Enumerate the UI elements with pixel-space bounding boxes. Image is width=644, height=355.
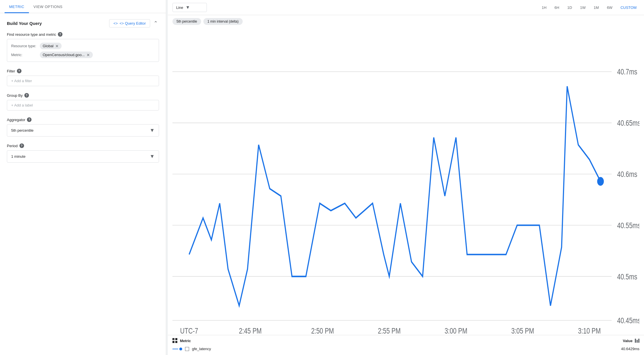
legend-checkbox[interactable] bbox=[185, 347, 189, 351]
svg-text:40.5ms: 40.5ms bbox=[617, 272, 637, 281]
legend-columns-icon[interactable] bbox=[635, 339, 639, 343]
resource-type-key: Resource type: bbox=[11, 44, 37, 48]
group-by-input[interactable]: + Add a label bbox=[7, 100, 159, 111]
chart-endpoint-dot bbox=[597, 177, 604, 186]
aggregator-help-icon[interactable]: ? bbox=[27, 117, 32, 122]
aggregator-label: Aggregator ? bbox=[7, 117, 159, 122]
group-by-help-icon[interactable]: ? bbox=[24, 93, 29, 98]
chip-percentile[interactable]: 5th percentile bbox=[172, 18, 201, 25]
legend-line bbox=[172, 348, 182, 350]
tab-view-options[interactable]: VIEW OPTIONS bbox=[29, 0, 67, 13]
period-help-icon[interactable]: ? bbox=[19, 143, 24, 148]
chart-svg: 40.7ms 40.65ms 40.6ms 40.55ms 40.5ms 40.… bbox=[172, 28, 639, 335]
group-by-label: Group By ? bbox=[7, 93, 159, 98]
aggregator-section: Aggregator ? 5th percentile ▼ bbox=[7, 117, 159, 137]
group-by-text: Group By bbox=[7, 93, 23, 98]
time-6w-button[interactable]: 6W bbox=[604, 4, 615, 11]
svg-text:3:05 PM: 3:05 PM bbox=[511, 326, 534, 335]
metric-row: Metric: OpenCensus/cloud.goo... ✕ bbox=[11, 52, 155, 58]
group-by-section: Group By ? + Add a label bbox=[7, 93, 159, 111]
chart-chips: 5th percentile 1 min interval (delta) bbox=[168, 15, 644, 28]
legend-dot bbox=[179, 348, 182, 350]
legend-metric-label: ✓ Metric bbox=[172, 338, 191, 343]
time-1h-button[interactable]: 1H bbox=[539, 4, 549, 11]
period-section: Period ? 1 minute ▼ bbox=[7, 143, 159, 163]
legend-item-value: 40.6429ms bbox=[621, 347, 639, 351]
chart-type-label: Line bbox=[176, 5, 183, 10]
resource-type-chip-close[interactable]: ✕ bbox=[55, 44, 59, 48]
aggregator-text: Aggregator bbox=[7, 118, 25, 122]
code-icon: <> bbox=[113, 21, 118, 25]
legend-area: ✓ Metric Value bbox=[168, 335, 644, 355]
time-1w-button[interactable]: 1W bbox=[577, 4, 589, 11]
query-editor-label: <> Query Editor bbox=[119, 21, 146, 25]
chip-interval[interactable]: 1 min interval (delta) bbox=[203, 18, 243, 25]
find-resource-label: Find resource type and metric ? bbox=[7, 32, 159, 37]
find-resource-help-icon[interactable]: ? bbox=[58, 32, 62, 37]
period-value: 1 minute bbox=[11, 154, 25, 159]
metric-chip-close[interactable]: ✕ bbox=[87, 53, 90, 57]
chart-toolbar: Line ▼ 1H 6H 1D 1W 1M 6W CUSTOM bbox=[168, 0, 644, 15]
time-custom-button[interactable]: CUSTOM bbox=[618, 4, 639, 11]
svg-text:40.45ms: 40.45ms bbox=[617, 316, 639, 325]
filter-help-icon[interactable]: ? bbox=[17, 69, 21, 73]
filter-section: Filter ? + Add a filter bbox=[7, 69, 159, 86]
legend-value-label: Value bbox=[623, 339, 639, 343]
svg-text:3:10 PM: 3:10 PM bbox=[578, 326, 601, 335]
build-query-header: Build Your Query <> <> Query Editor ⌃ bbox=[7, 19, 159, 27]
resource-type-chip[interactable]: Global ✕ bbox=[40, 43, 62, 49]
build-query-title: Build Your Query bbox=[7, 21, 42, 26]
left-panel: METRIC VIEW OPTIONS Build Your Query <> … bbox=[0, 0, 166, 355]
legend-header: ✓ Metric Value bbox=[172, 338, 639, 343]
filter-text: Filter bbox=[7, 69, 15, 73]
collapse-button[interactable]: ⌃ bbox=[152, 19, 159, 27]
period-select[interactable]: 1 minute ▼ bbox=[7, 150, 159, 163]
svg-text:40.6ms: 40.6ms bbox=[617, 169, 637, 179]
svg-text:40.55ms: 40.55ms bbox=[617, 221, 639, 230]
metric-key: Metric: bbox=[11, 53, 37, 57]
svg-text:UTC-7: UTC-7 bbox=[180, 326, 198, 335]
svg-text:2:45 PM: 2:45 PM bbox=[239, 326, 262, 335]
filter-input[interactable]: + Add a filter bbox=[7, 76, 159, 86]
resource-type-chip-label: Global bbox=[43, 44, 54, 48]
filter-label: Filter ? bbox=[7, 69, 159, 73]
svg-text:2:55 PM: 2:55 PM bbox=[378, 326, 400, 335]
aggregator-select[interactable]: 5th percentile ▼ bbox=[7, 124, 159, 137]
time-1m-button[interactable]: 1M bbox=[591, 4, 602, 11]
period-label: Period ? bbox=[7, 143, 159, 148]
legend-item-name: gfe_latency bbox=[192, 347, 618, 351]
period-text: Period bbox=[7, 144, 18, 148]
legend-metric-text: Metric bbox=[180, 339, 191, 343]
legend-value-text: Value bbox=[623, 339, 633, 343]
time-1d-button[interactable]: 1D bbox=[564, 4, 575, 11]
chart-type-arrow-icon: ▼ bbox=[186, 5, 190, 10]
chart-area: 40.7ms 40.65ms 40.6ms 40.55ms 40.5ms 40.… bbox=[168, 28, 644, 335]
metric-chip[interactable]: OpenCensus/cloud.goo... ✕ bbox=[40, 52, 93, 58]
legend-item: gfe_latency 40.6429ms bbox=[172, 346, 639, 352]
legend-line-bar bbox=[172, 349, 178, 349]
svg-text:40.65ms: 40.65ms bbox=[617, 118, 639, 127]
metric-chip-label: OpenCensus/cloud.goo... bbox=[43, 53, 85, 57]
resource-metric-box: Resource type: Global ✕ Metric: OpenCens… bbox=[7, 39, 159, 62]
tabs: METRIC VIEW OPTIONS bbox=[0, 0, 166, 13]
svg-text:3:00 PM: 3:00 PM bbox=[445, 326, 467, 335]
chart-type-select[interactable]: Line ▼ bbox=[172, 3, 207, 12]
find-resource-text: Find resource type and metric bbox=[7, 32, 56, 37]
period-arrow-icon: ▼ bbox=[150, 153, 155, 159]
tab-metric[interactable]: METRIC bbox=[5, 0, 29, 13]
right-panel: Line ▼ 1H 6H 1D 1W 1M 6W CUSTOM 5th perc… bbox=[168, 0, 644, 355]
legend-grid-icon: ✓ bbox=[172, 338, 178, 343]
svg-text:40.7ms: 40.7ms bbox=[617, 67, 637, 76]
query-editor-button[interactable]: <> <> Query Editor bbox=[109, 19, 150, 27]
time-6h-button[interactable]: 6H bbox=[552, 4, 562, 11]
aggregator-arrow-icon: ▼ bbox=[150, 127, 155, 133]
find-resource-section: Find resource type and metric ? Resource… bbox=[7, 32, 159, 62]
resource-type-row: Resource type: Global ✕ bbox=[11, 43, 155, 49]
svg-text:2:50 PM: 2:50 PM bbox=[311, 326, 334, 335]
panel-content: Build Your Query <> <> Query Editor ⌃ Fi… bbox=[0, 13, 166, 355]
aggregator-value: 5th percentile bbox=[11, 128, 34, 133]
